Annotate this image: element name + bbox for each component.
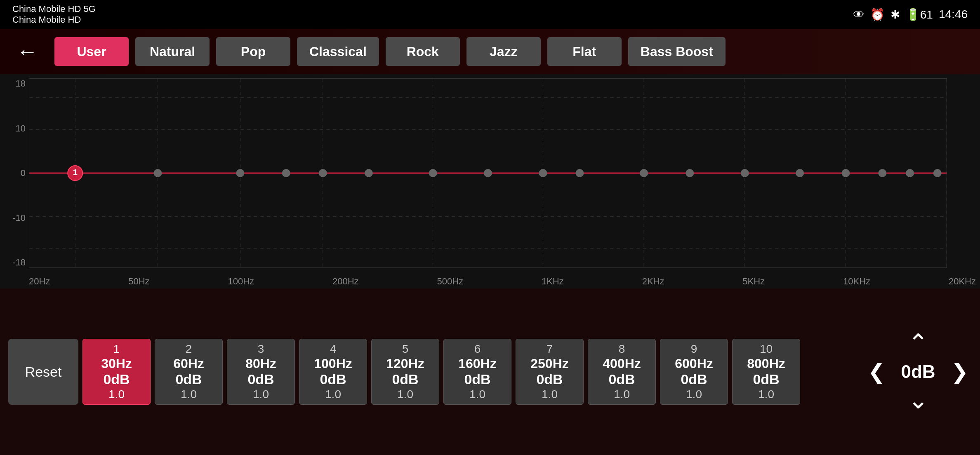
svg-point-21 [319, 169, 327, 177]
band-freq: 400Hz [603, 356, 641, 371]
x-label: 1KHz [542, 276, 564, 287]
x-label: 20KHz [949, 276, 976, 287]
right-controls: ⌃ ❮ 0dB ❯ ⌄ [865, 331, 972, 413]
preset-btn-natural[interactable]: Natural [135, 37, 210, 66]
band-q: 1.0 [397, 388, 413, 401]
x-label: 50Hz [128, 276, 149, 287]
svg-point-33 [906, 169, 914, 177]
svg-point-34 [933, 169, 942, 177]
alarm-icon: ⏰ [870, 8, 885, 21]
carrier-info: China Mobile HD 5G China Mobile HD [12, 4, 96, 25]
svg-text:1: 1 [73, 168, 78, 177]
bluetooth-icon: ✱ [890, 8, 900, 21]
svg-point-22 [365, 169, 373, 177]
up-button[interactable]: ⌃ [908, 331, 928, 356]
band-num: 4 [330, 342, 337, 356]
prev-band-button[interactable]: ❮ [868, 360, 885, 384]
svg-point-28 [686, 169, 694, 177]
band-freq: 600Hz [675, 356, 713, 371]
x-label: 100Hz [228, 276, 254, 287]
svg-point-27 [640, 169, 648, 177]
band-cell-7[interactable]: 7 250Hz 0dB 1.0 [516, 339, 584, 405]
y-label: 10 [16, 123, 26, 134]
band-db: 0dB [681, 371, 707, 387]
y-axis-labels: 18100-10-18 [0, 78, 29, 268]
down-button[interactable]: ⌄ [908, 388, 928, 413]
eye-icon: 👁 [853, 8, 865, 21]
eq-svg: 1 [29, 79, 947, 267]
preset-btn-classical[interactable]: Classical [297, 37, 379, 66]
band-db: 0dB [103, 371, 130, 387]
top-bar: ← UserNaturalPopClassicalRockJazzFlatBas… [0, 29, 980, 74]
eq-chart[interactable]: 1 [29, 78, 947, 268]
band-cell-8[interactable]: 8 400Hz 0dB 1.0 [588, 339, 656, 405]
band-cell-5[interactable]: 5 120Hz 0dB 1.0 [371, 339, 439, 405]
svg-point-30 [796, 169, 804, 177]
band-freq: 30Hz [101, 356, 132, 371]
svg-point-25 [539, 169, 547, 177]
reset-button[interactable]: Reset [8, 339, 78, 405]
preset-btn-pop[interactable]: Pop [216, 37, 290, 66]
x-label: 2KHz [642, 276, 664, 287]
preset-btn-user[interactable]: User [54, 37, 129, 66]
band-freq: 60Hz [173, 356, 204, 371]
x-label: 200Hz [332, 276, 359, 287]
band-freq: 250Hz [530, 356, 569, 371]
band-db: 0dB [320, 371, 346, 387]
preset-btn-rock[interactable]: Rock [386, 37, 460, 66]
band-db: 0dB [392, 371, 418, 387]
next-band-button[interactable]: ❯ [951, 360, 968, 384]
band-freq: 80Hz [245, 356, 276, 371]
band-freq: 800Hz [747, 356, 785, 371]
battery-label: 🔋61 [906, 8, 933, 21]
x-axis-labels: 20Hz50Hz100Hz200Hz500Hz1KHz2KHz5KHz10KHz… [29, 274, 976, 288]
band-cells: 1 30Hz 0dB 1.0 2 60Hz 0dB 1.0 3 80Hz 0dB… [82, 339, 800, 405]
nav-row: ❮ 0dB ❯ [868, 360, 968, 384]
band-freq: 100Hz [314, 356, 352, 371]
svg-point-24 [484, 169, 492, 177]
band-cell-9[interactable]: 9 600Hz 0dB 1.0 [660, 339, 728, 405]
eq-chart-container: 18100-10-18 1 [0, 74, 980, 288]
band-num: 2 [186, 342, 192, 356]
y-label: -18 [12, 257, 26, 268]
band-num: 7 [547, 342, 553, 356]
band-db: 0dB [753, 371, 779, 387]
preset-btn-flat[interactable]: Flat [547, 37, 622, 66]
y-label: 0 [21, 168, 26, 178]
band-q: 1.0 [325, 388, 341, 401]
band-freq: 120Hz [386, 356, 424, 371]
x-label: 5KHz [742, 276, 765, 287]
band-q: 1.0 [253, 388, 269, 401]
x-label: 10KHz [843, 276, 870, 287]
db-display: 0dB [893, 361, 943, 382]
band-db: 0dB [608, 371, 635, 387]
band-q: 1.0 [469, 388, 485, 401]
preset-btn-jazz[interactable]: Jazz [466, 37, 541, 66]
band-num: 6 [474, 342, 481, 356]
band-cell-1[interactable]: 1 30Hz 0dB 1.0 [82, 339, 151, 405]
carrier1-label: China Mobile HD 5G [12, 4, 96, 14]
back-button[interactable]: ← [16, 39, 38, 64]
band-q: 1.0 [108, 388, 125, 401]
time-label: 14:46 [939, 8, 968, 21]
band-db: 0dB [247, 371, 274, 387]
y-label: 18 [16, 78, 26, 89]
band-cell-6[interactable]: 6 160Hz 0dB 1.0 [443, 339, 511, 405]
carrier2-label: China Mobile HD [12, 14, 96, 25]
band-num: 9 [691, 342, 697, 356]
band-q: 1.0 [758, 388, 774, 401]
preset-btn-bass-boost[interactable]: Bass Boost [628, 37, 726, 66]
band-num: 10 [760, 342, 773, 356]
band-cell-3[interactable]: 3 80Hz 0dB 1.0 [227, 339, 295, 405]
x-label: 20Hz [29, 276, 50, 287]
svg-point-26 [575, 169, 584, 177]
band-cell-10[interactable]: 10 800Hz 0dB 1.0 [732, 339, 800, 405]
svg-point-23 [429, 169, 437, 177]
band-cell-4[interactable]: 4 100Hz 0dB 1.0 [299, 339, 367, 405]
x-label: 500Hz [437, 276, 463, 287]
band-db: 0dB [536, 371, 563, 387]
band-cell-2[interactable]: 2 60Hz 0dB 1.0 [155, 339, 223, 405]
band-num: 1 [113, 342, 120, 356]
band-num: 8 [619, 342, 625, 356]
band-q: 1.0 [686, 388, 702, 401]
